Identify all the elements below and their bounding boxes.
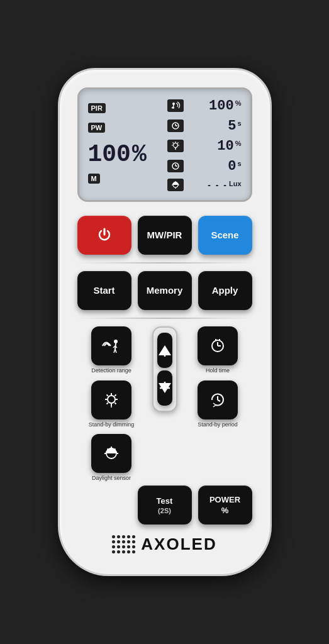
- svg-point-7: [173, 143, 177, 148]
- divider-1: [77, 262, 252, 264]
- daylight-sensor-btn-group: Daylight sensor: [77, 434, 146, 482]
- btn-row-2: Start Memory Apply: [77, 271, 252, 310]
- screen-val-3: 10: [184, 138, 234, 154]
- btn-row-bottom: Detection range: [77, 326, 252, 482]
- brand-name: AXOLED: [141, 535, 216, 554]
- screen-main-value: 100: [88, 143, 131, 167]
- display-screen: PIR PW 100 % M: [77, 87, 252, 202]
- test-button[interactable]: Test (2S): [138, 486, 192, 525]
- svg-point-28: [108, 396, 115, 403]
- svg-line-43: [114, 449, 116, 450]
- motion-icon: [167, 99, 184, 112]
- standby-dimming-btn-group: Stand-by dimming: [77, 380, 146, 428]
- hold-time-button[interactable]: [198, 326, 238, 365]
- standby-dimming-button[interactable]: [91, 380, 131, 419]
- lux-icon: [167, 179, 184, 191]
- bulb-icon: [167, 140, 184, 152]
- svg-line-42: [108, 449, 109, 450]
- svg-point-0: [172, 103, 175, 105]
- screen-val-4: 0: [184, 158, 237, 174]
- screen-unit-2: s: [237, 119, 241, 127]
- clock-icon-2: [167, 160, 184, 172]
- remote-control: PIR PW 100 % M: [58, 68, 272, 576]
- daylight-sensor-label: Daylight sensor: [92, 475, 131, 482]
- detection-range-label: Detection range: [91, 367, 131, 374]
- power-pct-sub: %: [221, 506, 229, 515]
- svg-point-22: [114, 340, 118, 343]
- btn-row-last: Test (2S) POWER %: [77, 486, 252, 525]
- power-pct-button[interactable]: POWER %: [198, 486, 252, 525]
- screen-right-panel: 100 % 5 s: [167, 97, 242, 192]
- standby-dimming-label: Stand-by dimming: [89, 421, 135, 428]
- svg-line-27: [115, 349, 116, 353]
- screen-unit-4: s: [237, 160, 241, 167]
- logo-dots-icon: [112, 535, 136, 554]
- m-tag: M: [88, 174, 100, 184]
- btn-row-1: MW/PIR Scene: [77, 216, 252, 255]
- hold-time-label: Hold time: [206, 367, 230, 374]
- buttons-section: MW/PIR Scene Start Memory Apply: [77, 216, 252, 525]
- test-sub-label: (2S): [158, 507, 171, 514]
- svg-line-35: [107, 402, 108, 404]
- detection-range-btn-group: Detection range: [77, 326, 146, 374]
- apply-button[interactable]: Apply: [198, 271, 252, 310]
- divider-2: [77, 318, 252, 319]
- svg-line-36: [114, 402, 116, 404]
- memory-button[interactable]: Memory: [138, 271, 192, 310]
- up-button[interactable]: [157, 333, 172, 368]
- screen-left-panel: PIR PW 100 % M: [88, 97, 162, 192]
- detection-range-button[interactable]: [91, 326, 131, 365]
- mwpir-button[interactable]: MW/PIR: [138, 216, 192, 255]
- svg-line-12: [172, 143, 174, 144]
- svg-line-34: [114, 394, 116, 396]
- screen-row-1: 100 %: [167, 97, 242, 115]
- down-button[interactable]: [157, 370, 172, 406]
- power-button[interactable]: [77, 216, 131, 255]
- standby-period-button[interactable]: [198, 380, 238, 419]
- svg-line-33: [107, 394, 108, 396]
- daylight-sensor-button[interactable]: [91, 434, 131, 473]
- screen-row-4: 0 s: [167, 157, 242, 175]
- logo-area: AXOLED: [77, 535, 252, 554]
- screen-row-5: - - - Lux: [167, 177, 242, 192]
- screen-unit-3: %: [235, 140, 242, 147]
- hold-time-btn-group: Hold time: [184, 326, 252, 374]
- screen-row-3: 10 %: [167, 137, 242, 155]
- standby-period-btn-group: Stand-by period: [184, 380, 252, 428]
- screen-unit-1: %: [235, 99, 242, 107]
- pir-tag: PIR: [88, 103, 106, 113]
- up-down-pad: [152, 326, 177, 412]
- left-icon-col: Detection range: [77, 326, 146, 482]
- screen-main-unit: %: [132, 143, 147, 167]
- screen-val-1: 100: [184, 98, 234, 114]
- screen-unit-5: Lux: [229, 180, 242, 187]
- svg-marker-44: [159, 345, 171, 355]
- right-icon-col: Hold time Stand-by period: [184, 326, 252, 435]
- scene-button[interactable]: Scene: [198, 216, 252, 255]
- standby-period-label: Stand-by period: [198, 421, 238, 428]
- screen-val-2: 5: [184, 118, 237, 134]
- screen-dashes: - - -: [184, 180, 228, 190]
- pw-tag: PW: [88, 123, 106, 133]
- svg-line-55: [218, 400, 220, 401]
- screen-row-2: 5 s: [167, 117, 242, 135]
- svg-line-13: [177, 143, 179, 144]
- clock-icon-1: [167, 119, 184, 132]
- start-button[interactable]: Start: [77, 271, 131, 310]
- adjustment-pad: [152, 326, 177, 412]
